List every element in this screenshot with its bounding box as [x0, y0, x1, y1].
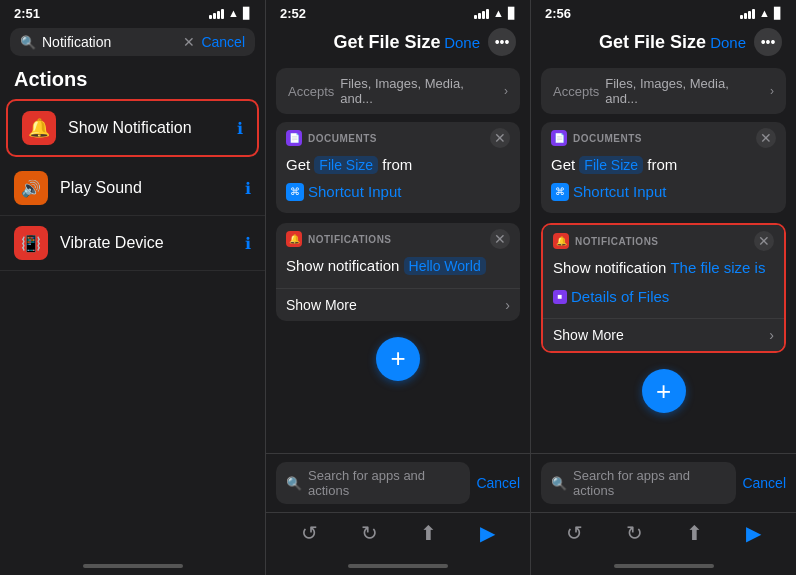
accepts-chevron-right: › — [770, 84, 774, 98]
home-indicator-mid — [266, 557, 530, 575]
add-fab-right[interactable]: + — [642, 369, 686, 413]
nav-bar-mid: Get File Size Done ••• — [266, 24, 530, 62]
page-title-right: Get File Size — [599, 32, 706, 53]
battery-icon-right: ▊ — [774, 7, 782, 20]
page-title-mid: Get File Size — [334, 32, 441, 53]
bottom-search-right: 🔍 Search for apps and actions Cancel — [531, 453, 796, 512]
shortcut-input-label-right[interactable]: Shortcut Input — [573, 181, 666, 204]
undo-icon-right[interactable]: ↺ — [566, 521, 583, 545]
bottom-search-bar-right[interactable]: 🔍 Search for apps and actions — [541, 462, 736, 504]
accepts-row-right[interactable]: Accepts Files, Images, Media, and... › — [541, 68, 786, 114]
status-icons-left: ▲ ▊ — [209, 7, 251, 20]
accepts-label-right: Accepts — [553, 84, 599, 99]
vibrate-device-icon: 📳 — [14, 226, 48, 260]
play-sound-info-icon[interactable]: ℹ — [245, 179, 251, 198]
share-icon-mid[interactable]: ⬆ — [420, 521, 437, 545]
status-bar-right: 2:56 ▲ ▊ — [531, 0, 796, 24]
redo-icon-right[interactable]: ↻ — [626, 521, 643, 545]
shortcut-icon-mid: ⌘ — [286, 183, 304, 201]
share-icon-right[interactable]: ⬆ — [686, 521, 703, 545]
accepts-row-mid[interactable]: Accepts Files, Images, Media, and... › — [276, 68, 520, 114]
show-notification-icon: 🔔 — [22, 111, 56, 145]
home-bar-left — [83, 564, 183, 568]
more-button-mid[interactable]: ••• — [488, 28, 516, 56]
play-icon-right[interactable]: ▶ — [746, 521, 761, 545]
documents-category-icon-right: 📄 — [551, 130, 567, 146]
wifi-icon-mid: ▲ — [493, 7, 504, 19]
clear-icon-left[interactable]: ✕ — [183, 34, 195, 50]
redo-icon-mid[interactable]: ↻ — [361, 521, 378, 545]
show-notification-item[interactable]: 🔔 Show Notification ℹ — [6, 99, 259, 157]
search-icon-left: 🔍 — [20, 35, 36, 50]
cancel-button-left[interactable]: Cancel — [201, 34, 245, 50]
from-label-mid: from — [382, 156, 412, 173]
signal-icon — [209, 8, 224, 19]
documents-header-right: 📄 DOCUMENTS ✕ — [541, 122, 786, 152]
bottom-cancel-mid[interactable]: Cancel — [476, 475, 520, 491]
show-more-chevron-right: › — [769, 327, 774, 343]
notifications-category-label-right: NOTIFICATIONS — [575, 236, 748, 247]
right-panel: 2:56 ▲ ▊ Get File Size Done ••• Accepts … — [531, 0, 796, 575]
status-bar-mid: 2:52 ▲ ▊ — [266, 0, 530, 24]
documents-body-mid: Get File Size from ⌘ Shortcut Input — [276, 152, 520, 213]
shortcut-input-row-right: ⌘ Shortcut Input — [551, 181, 776, 204]
play-sound-label: Play Sound — [60, 179, 233, 197]
accepts-value-right: Files, Images, Media, and... — [605, 76, 764, 106]
more-button-right[interactable]: ••• — [754, 28, 782, 56]
home-indicator-left — [0, 557, 265, 575]
hello-world-token-mid[interactable]: Hello World — [404, 257, 486, 275]
undo-icon-mid[interactable]: ↺ — [301, 521, 318, 545]
notifications-block-right: 🔔 NOTIFICATIONS ✕ Show notification The … — [541, 223, 786, 353]
bottom-toolbar-right: ↺ ↻ ⬆ ▶ — [531, 512, 796, 557]
bottom-search-bar-mid[interactable]: 🔍 Search for apps and actions — [276, 462, 470, 504]
details-token-right[interactable]: Details of Files — [571, 286, 669, 309]
show-more-row-right[interactable]: Show More › — [543, 318, 784, 351]
documents-category-label: DOCUMENTS — [308, 133, 484, 144]
play-icon-mid[interactable]: ▶ — [480, 521, 495, 545]
notifications-close-mid[interactable]: ✕ — [490, 229, 510, 249]
bottom-cancel-right[interactable]: Cancel — [742, 475, 786, 491]
file-size-token-mid[interactable]: File Size — [314, 156, 378, 174]
vibrate-device-item[interactable]: 📳 Vibrate Device ℹ — [0, 216, 265, 271]
notifications-category-icon-mid: 🔔 — [286, 231, 302, 247]
home-bar-right — [614, 564, 714, 568]
signal-icon-mid — [474, 8, 489, 19]
notifications-category-label-mid: NOTIFICATIONS — [308, 234, 484, 245]
documents-block-right: 📄 DOCUMENTS ✕ Get File Size from ⌘ Short… — [541, 122, 786, 213]
search-input-left[interactable]: Notification — [42, 34, 177, 50]
details-token-icon: ■ — [553, 290, 567, 304]
bottom-toolbar-mid: ↺ ↻ ⬆ ▶ — [266, 512, 530, 557]
file-size-token-right[interactable]: File Size — [579, 156, 643, 174]
show-more-row-mid[interactable]: Show More › — [276, 288, 520, 321]
show-notification-info-icon[interactable]: ℹ — [237, 119, 243, 138]
accepts-chevron-mid: › — [504, 84, 508, 98]
signal-icon-right — [740, 8, 755, 19]
vibrate-device-info-icon[interactable]: ℹ — [245, 234, 251, 253]
accepts-label-mid: Accepts — [288, 84, 334, 99]
time-left: 2:51 — [14, 6, 40, 21]
search-bar-left[interactable]: 🔍 Notification ✕ Cancel — [10, 28, 255, 56]
documents-header-mid: 📄 DOCUMENTS ✕ — [276, 122, 520, 152]
play-sound-item[interactable]: 🔊 Play Sound ℹ — [0, 161, 265, 216]
documents-close-right[interactable]: ✕ — [756, 128, 776, 148]
notifications-header-right: 🔔 NOTIFICATIONS ✕ — [543, 225, 784, 255]
shortcut-input-row-mid: ⌘ Shortcut Input — [286, 181, 510, 204]
done-button-right[interactable]: Done — [710, 34, 746, 51]
bottom-search-icon-right: 🔍 — [551, 476, 567, 491]
documents-close-mid[interactable]: ✕ — [490, 128, 510, 148]
notifications-body-right: Show notification The file size is ■ Det… — [543, 255, 784, 318]
home-bar-mid — [348, 564, 448, 568]
show-notification-row[interactable]: 🔔 Show Notification ℹ — [8, 101, 257, 155]
notifications-close-right[interactable]: ✕ — [754, 231, 774, 251]
accepts-value-mid: Files, Images, Media, and... — [340, 76, 498, 106]
add-fab-mid[interactable]: + — [376, 337, 420, 381]
shortcut-input-label-mid[interactable]: Shortcut Input — [308, 181, 401, 204]
wifi-icon: ▲ — [228, 7, 239, 19]
show-more-label-right: Show More — [553, 327, 624, 343]
actions-header: Actions — [0, 62, 265, 95]
done-button-mid[interactable]: Done — [444, 34, 480, 51]
nav-bar-right: Get File Size Done ••• — [531, 24, 796, 62]
show-more-chevron-mid: › — [505, 297, 510, 313]
shortcut-icon-right: ⌘ — [551, 183, 569, 201]
play-sound-icon: 🔊 — [14, 171, 48, 205]
